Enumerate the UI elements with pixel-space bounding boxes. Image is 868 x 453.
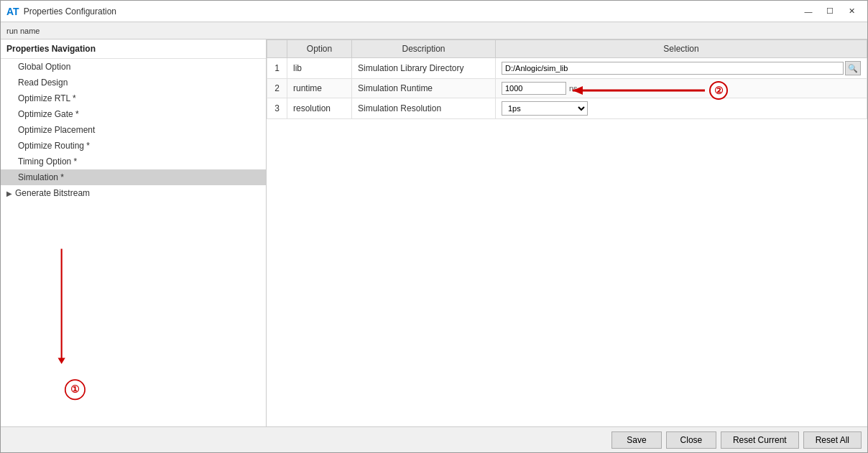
col-header-option: Option	[287, 40, 352, 58]
sidebar-item-optimize-placement[interactable]: Optimize Placement	[1, 122, 266, 138]
main-content: Properties Navigation Global Option Read…	[1, 39, 867, 426]
nav-item-label: Simulation *	[18, 172, 64, 182]
runtime-input[interactable]	[502, 82, 566, 95]
row-num-3: 3	[267, 98, 287, 119]
nav-item-label: Optimize Gate *	[18, 109, 79, 119]
right-panel: Option Description Selection 1 lib Simul…	[267, 39, 867, 426]
option-resolution: resolution	[287, 98, 352, 119]
nav-item-label: Optimize Routing *	[18, 141, 90, 151]
app-icon: AT	[6, 6, 19, 17]
option-lib: lib	[287, 58, 352, 79]
minimize-button[interactable]: —	[798, 4, 818, 19]
save-button[interactable]: Save	[611, 431, 662, 449]
reset-current-button[interactable]: Reset Current	[721, 431, 799, 449]
table-row: 2 runtime Simulation Runtime ns	[267, 79, 867, 98]
col-header-selection: Selection	[496, 40, 867, 58]
nav-item-label: Timing Option *	[18, 157, 77, 167]
resolution-select[interactable]: 1ps 10ps 100ps 1ns	[502, 101, 588, 116]
col-header-num	[267, 40, 287, 58]
sidebar-item-generate-bitstream[interactable]: ▶ Generate Bitstream	[1, 185, 266, 201]
runtime-unit: ns	[569, 84, 578, 93]
sel-lib: 🔍	[496, 58, 867, 79]
sidebar-item-optimize-gate[interactable]: Optimize Gate *	[1, 106, 266, 122]
main-window: AT Properties Configuration — ☐ ✕ run na…	[0, 0, 868, 453]
annotation-svg: ①	[1, 243, 266, 426]
nav-item-label: Global Option	[18, 62, 70, 72]
lib-browse-button[interactable]: 🔍	[845, 61, 861, 75]
annotation-area-1: ①	[1, 243, 266, 426]
title-controls: — ☐ ✕	[798, 4, 862, 19]
title-bar: AT Properties Configuration — ☐ ✕	[1, 1, 867, 22]
sidebar-item-global-option[interactable]: Global Option	[1, 59, 266, 75]
desc-resolution: Simulation Resolution	[352, 98, 496, 119]
maximize-button[interactable]: ☐	[820, 4, 840, 19]
arrow-icon: ▶	[6, 190, 12, 197]
option-runtime: runtime	[287, 79, 352, 98]
properties-table: Option Description Selection 1 lib Simul…	[267, 39, 867, 119]
nav-list: Global Option Read Design Optimize RTL *…	[1, 59, 266, 243]
row-num-1: 1	[267, 58, 287, 79]
sidebar-item-simulation[interactable]: Simulation *	[1, 169, 266, 185]
toolbar: run name	[1, 22, 867, 39]
svg-marker-1	[58, 358, 65, 364]
row-num-2: 2	[267, 79, 287, 98]
close-button[interactable]: Close	[666, 431, 716, 449]
nav-header: Properties Navigation	[1, 39, 266, 59]
sidebar-item-timing-option[interactable]: Timing Option *	[1, 154, 266, 169]
reset-all-button[interactable]: Reset All	[803, 431, 862, 449]
table-row: 3 resolution Simulation Resolution 1ps 1…	[267, 98, 867, 119]
sidebar-item-optimize-rtl[interactable]: Optimize RTL *	[1, 90, 266, 106]
sel-runtime: ns	[496, 79, 867, 98]
toolbar-label: run name	[6, 27, 40, 35]
close-window-button[interactable]: ✕	[841, 4, 862, 19]
sidebar-item-optimize-routing[interactable]: Optimize Routing *	[1, 138, 266, 154]
sidebar-item-read-design[interactable]: Read Design	[1, 75, 266, 90]
nav-item-label: Optimize Placement	[18, 125, 95, 135]
desc-runtime: Simulation Runtime	[352, 79, 496, 98]
desc-lib: Simulation Library Directory	[352, 58, 496, 79]
svg-point-2	[65, 380, 85, 399]
left-panel: Properties Navigation Global Option Read…	[1, 39, 267, 426]
sel-resolution: 1ps 10ps 100ps 1ns	[496, 98, 867, 119]
svg-text:①: ①	[70, 384, 80, 395]
nav-item-label: Generate Bitstream	[15, 188, 90, 198]
nav-item-label: Read Design	[18, 78, 68, 88]
window-title: Properties Configuration	[24, 6, 116, 17]
nav-item-label: Optimize RTL *	[18, 93, 76, 103]
lib-path-input[interactable]	[502, 62, 844, 75]
col-header-description: Description	[352, 40, 496, 58]
bottom-bar: Save Close Reset Current Reset All	[1, 426, 867, 452]
table-row: 1 lib Simulation Library Directory 🔍	[267, 58, 867, 79]
